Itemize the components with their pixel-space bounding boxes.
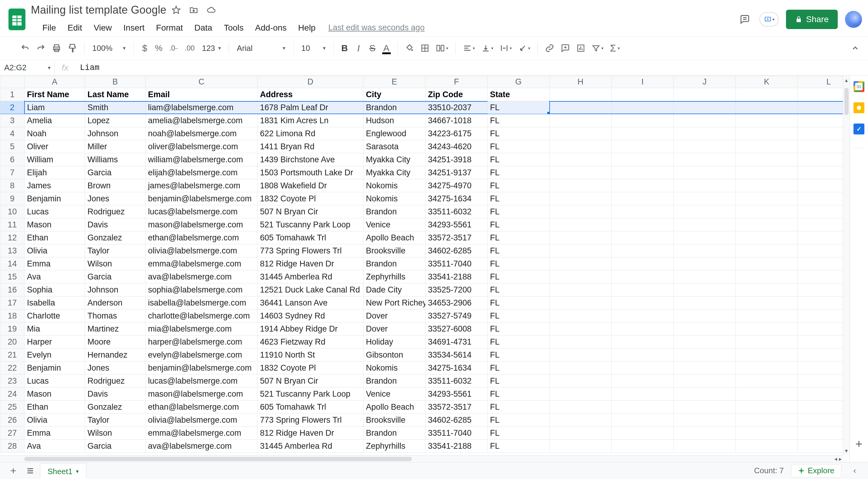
cell[interactable]: 1832 Coyote Pl <box>257 361 364 375</box>
cell[interactable]: 812 Ridge Haven Dr <box>257 257 364 270</box>
cell[interactable]: elijah@labelsmerge.com <box>146 166 257 179</box>
cell[interactable] <box>798 231 843 244</box>
cell[interactable] <box>674 414 736 427</box>
cell[interactable] <box>674 231 736 244</box>
cell[interactable]: 11910 North St <box>257 349 364 361</box>
cell[interactable]: Taylor <box>85 414 146 427</box>
sheet-tab-sheet1[interactable]: Sheet1▾ <box>40 463 86 479</box>
cell[interactable]: olivia@labelsmerge.com <box>146 414 257 427</box>
cell[interactable]: Ethan <box>25 400 85 414</box>
row-header[interactable]: 26 <box>0 414 25 427</box>
cell[interactable]: Nokomis <box>364 179 426 192</box>
cell[interactable]: FL <box>488 192 550 205</box>
cell[interactable]: 33511-6032 <box>426 205 488 218</box>
sheets-logo[interactable] <box>6 5 28 34</box>
cell[interactable] <box>612 296 674 309</box>
cell[interactable]: Thomas <box>85 309 146 323</box>
cell[interactable]: FL <box>488 257 550 270</box>
cell[interactable]: Charlotte <box>25 309 85 323</box>
cell[interactable]: 31445 Amberlea Rd <box>257 270 364 283</box>
cell[interactable]: Emma <box>25 257 85 270</box>
cell[interactable]: Johnson <box>85 127 146 140</box>
row-header[interactable]: 4 <box>0 127 25 140</box>
cell[interactable]: Gonzalez <box>85 231 146 244</box>
cell[interactable] <box>736 231 798 244</box>
cell[interactable] <box>674 349 736 361</box>
cell[interactable] <box>550 388 612 400</box>
cell[interactable]: Brandon <box>364 101 426 114</box>
cell[interactable]: ethan@labelsmerge.com <box>146 400 257 414</box>
row-header[interactable]: 25 <box>0 400 25 414</box>
bold-icon[interactable]: B <box>339 41 351 55</box>
cell[interactable]: noah@labelsmerge.com <box>146 127 257 140</box>
cell[interactable]: 33572-3517 <box>426 231 488 244</box>
cell[interactable]: Zephyrhills <box>364 270 426 283</box>
cell[interactable]: Isabella <box>25 296 85 309</box>
row-header[interactable]: 20 <box>0 335 25 349</box>
cell[interactable] <box>550 153 612 166</box>
last-edit-link[interactable]: Last edit was seconds ago <box>329 23 425 32</box>
cell[interactable]: 1914 Abbey Ridge Dr <box>257 323 364 335</box>
cell[interactable]: Wilson <box>85 257 146 270</box>
cell[interactable]: 34602-6285 <box>426 244 488 257</box>
cell[interactable] <box>612 153 674 166</box>
cell[interactable] <box>612 440 674 453</box>
cell[interactable]: Jones <box>85 192 146 205</box>
cell[interactable]: Sarasota <box>364 140 426 153</box>
row-header[interactable]: 8 <box>0 179 25 192</box>
cell[interactable]: 33510-2037 <box>426 101 488 114</box>
cell[interactable] <box>736 427 798 440</box>
cell[interactable] <box>736 270 798 283</box>
cell[interactable] <box>736 218 798 231</box>
cell[interactable]: Martinez <box>85 323 146 335</box>
cell[interactable]: lucas@labelsmerge.com <box>146 375 257 388</box>
currency-icon[interactable]: $ <box>138 41 151 55</box>
paint-format-icon[interactable] <box>65 41 79 55</box>
cell[interactable] <box>674 153 736 166</box>
cell[interactable]: City <box>364 88 426 101</box>
cell[interactable]: Brooksville <box>364 244 426 257</box>
cell[interactable] <box>612 349 674 361</box>
cell[interactable] <box>674 335 736 349</box>
cell[interactable] <box>798 283 843 296</box>
cell[interactable]: Myakka City <box>364 153 426 166</box>
cell[interactable]: 33541-2188 <box>426 270 488 283</box>
row-header[interactable]: 10 <box>0 205 25 218</box>
cell[interactable]: Nokomis <box>364 192 426 205</box>
cell[interactable]: Hernandez <box>85 349 146 361</box>
cell[interactable] <box>612 400 674 414</box>
cell[interactable]: Benjamin <box>25 361 85 375</box>
cell[interactable] <box>612 427 674 440</box>
cell[interactable]: FL <box>488 218 550 231</box>
cell[interactable] <box>736 335 798 349</box>
cell[interactable] <box>674 192 736 205</box>
horizontal-align-icon[interactable]: ▾ <box>461 41 477 55</box>
cell[interactable]: Gibsonton <box>364 349 426 361</box>
cell[interactable] <box>612 388 674 400</box>
row-header[interactable]: 21 <box>0 349 25 361</box>
cell[interactable]: Emma <box>25 427 85 440</box>
redo-icon[interactable] <box>34 41 48 55</box>
cell[interactable]: FL <box>488 270 550 283</box>
strikethrough-icon[interactable]: S <box>367 41 379 55</box>
cell[interactable]: 34602-6285 <box>426 414 488 427</box>
cell[interactable]: Olivia <box>25 244 85 257</box>
cell[interactable] <box>736 88 798 101</box>
cell[interactable]: 773 Spring Flowers Trl <box>257 414 364 427</box>
cell[interactable]: Evelyn <box>25 349 85 361</box>
cell[interactable]: harper@labelsmerge.com <box>146 335 257 349</box>
cell[interactable] <box>550 192 612 205</box>
print-icon[interactable] <box>50 41 64 55</box>
cell[interactable] <box>736 349 798 361</box>
cell[interactable] <box>798 335 843 349</box>
cell[interactable]: Wilson <box>85 427 146 440</box>
row-header[interactable]: 13 <box>0 244 25 257</box>
col-header-I[interactable]: I <box>612 76 674 88</box>
cell[interactable] <box>612 114 674 127</box>
filter-icon[interactable]: ▾ <box>589 41 606 55</box>
cell[interactable] <box>612 283 674 296</box>
cell[interactable] <box>550 101 612 114</box>
cell[interactable] <box>798 349 843 361</box>
cell[interactable]: FL <box>488 140 550 153</box>
menu-insert[interactable]: Insert <box>119 21 150 34</box>
